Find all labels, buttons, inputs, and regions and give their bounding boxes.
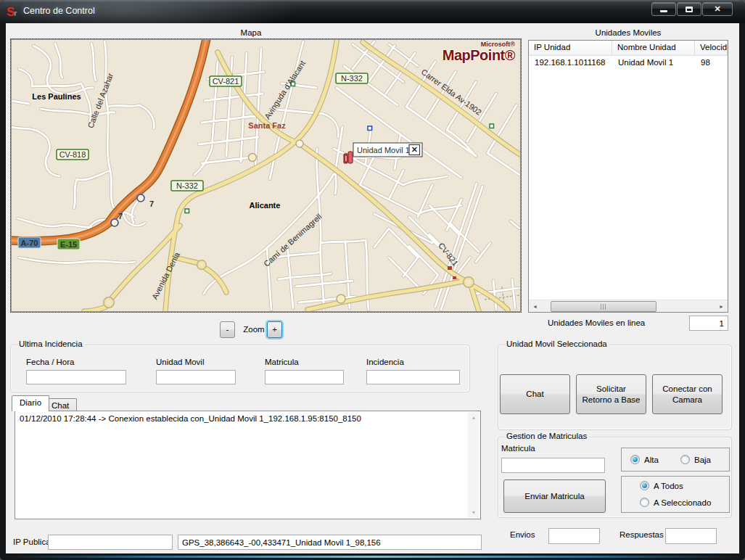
- units-panel-title: Unidades Moviles: [556, 28, 701, 37]
- unidad-movil-field[interactable]: [156, 370, 236, 384]
- route-shield-n332: N-332: [336, 73, 368, 83]
- minimize-button[interactable]: [651, 2, 676, 16]
- map-panel-title: Mapa: [178, 28, 324, 37]
- poi-marker: [368, 126, 372, 131]
- respuestas-field[interactable]: [665, 528, 717, 544]
- exit-7-marker: [111, 219, 118, 226]
- matricula-field[interactable]: [265, 370, 344, 384]
- unidad-seleccionada-title: Unidad Movil Seleccionada: [504, 339, 609, 348]
- gestion-matriculas-title: Gestion de Matriculas: [504, 432, 589, 440]
- close-icon: ✕: [714, 5, 720, 13]
- poi-marker: [185, 209, 189, 213]
- tab-diario[interactable]: Diario: [12, 395, 49, 411]
- pushpin-balloon: Unidad Movil 1 ✕: [353, 143, 422, 157]
- units-listview: IP Unidad Nombre Unidad Velocida 192.168…: [528, 40, 728, 313]
- units-header: IP Unidad Nombre Unidad Velocida: [529, 41, 728, 56]
- alta-radio[interactable]: [630, 455, 640, 464]
- scrollbar-thumb[interactable]: [551, 301, 656, 312]
- svg-text:E-15: E-15: [60, 240, 77, 249]
- poi-marker: [490, 124, 494, 128]
- scroll-up-icon[interactable]: ▲: [468, 412, 479, 423]
- building: [448, 266, 452, 270]
- map-label-les-paulines: Les Paulines: [32, 92, 81, 101]
- units-hscrollbar[interactable]: ◄ ►: [529, 300, 728, 312]
- envios-field[interactable]: [548, 528, 600, 544]
- pushpin-close-icon: ✕: [411, 145, 418, 154]
- incidencia-label: Incidencia: [366, 358, 404, 366]
- chat-button[interactable]: Chat: [500, 374, 570, 414]
- incidencia-field[interactable]: [366, 370, 460, 384]
- minimize-icon: [660, 10, 667, 12]
- fecha-hora-label: Fecha / Hora: [26, 358, 74, 366]
- maximize-icon: [686, 7, 693, 12]
- exit-label: 7: [149, 199, 154, 208]
- exit-label: 7: [118, 212, 123, 221]
- diario-log[interactable]: 01/12/2010 17:28:44 -> Conexion establec…: [15, 411, 481, 519]
- unit-name: Unidad Movil 1: [612, 57, 695, 70]
- baja-label[interactable]: Baja: [694, 456, 711, 464]
- online-units-count[interactable]: [689, 316, 728, 331]
- gestion-matricula-label: Matricula: [501, 444, 535, 453]
- svg-text:CV-818: CV-818: [59, 150, 86, 159]
- solicitar-retorno-button[interactable]: Solicitar Retorno a Base: [576, 374, 646, 414]
- ip-publica-field[interactable]: [48, 535, 173, 550]
- ultima-incidencia-group: Ultima Incidencia: [10, 345, 470, 392]
- a-seleccionado-radio[interactable]: [640, 498, 649, 507]
- route-shield-cv821: CV-821: [210, 76, 242, 86]
- svg-text:CV-821: CV-821: [213, 77, 239, 86]
- respuestas-label: Respuestas: [620, 530, 664, 539]
- building: [453, 276, 456, 279]
- matricula-label: Matricula: [265, 358, 299, 366]
- baja-radio[interactable]: [680, 455, 690, 464]
- unidad-movil-label: Unidad Movil: [156, 358, 204, 366]
- app-window: Sr Centro de Control ✕ Mapa: [0, 0, 745, 560]
- gestion-matricula-field[interactable]: [501, 458, 605, 473]
- titlebar[interactable]: Sr Centro de Control ✕: [0, 0, 745, 23]
- fecha-hora-field[interactable]: [26, 370, 126, 384]
- a-seleccionado-label[interactable]: A Seleccionado: [654, 498, 711, 507]
- scroll-left-icon[interactable]: ◄: [529, 300, 541, 313]
- window-bottom-glow: [6, 556, 739, 558]
- exit-7-marker: [137, 194, 144, 202]
- map-label-santa-faz: Santa Faz: [248, 121, 286, 130]
- ip-publica-label: IP Publica: [13, 538, 51, 546]
- a-todos-label[interactable]: A Todos: [654, 482, 683, 490]
- log-vscrollbar[interactable]: ▲ ▼: [468, 412, 479, 518]
- ultima-incidencia-title: Ultima Incidencia: [17, 339, 85, 348]
- map-svg: 7 7 CV-818 CV-821: [12, 40, 520, 311]
- a-todos-radio[interactable]: [640, 481, 649, 490]
- app-icon: Sr: [7, 5, 21, 20]
- enviar-matricula-button[interactable]: Enviar Matricula: [503, 479, 606, 513]
- alta-label[interactable]: Alta: [644, 456, 659, 464]
- thumb-grip-icon: [601, 304, 607, 310]
- maximize-button[interactable]: [677, 2, 701, 16]
- route-shield-a70: A-70: [18, 237, 41, 248]
- zoom-out-button[interactable]: -: [220, 321, 235, 338]
- unit-ip: 192.168.1.1011168: [529, 57, 612, 70]
- route-shield-cv818: CV-818: [57, 149, 89, 160]
- svg-text:N-332: N-332: [176, 181, 198, 190]
- envios-label: Envios: [510, 530, 535, 539]
- close-button[interactable]: ✕: [702, 2, 733, 16]
- zoom-label: Zoom: [238, 325, 270, 334]
- column-header-nombre[interactable]: Nombre Unidad: [612, 41, 695, 55]
- route-shield-e15: E-15: [57, 239, 80, 250]
- window-title: Centro de Control: [23, 0, 95, 22]
- column-header-ip[interactable]: IP Unidad: [529, 41, 612, 55]
- online-units-label: Unidades Moviles en linea: [548, 318, 645, 327]
- map-canvas[interactable]: 7 7 CV-818 CV-821: [11, 39, 521, 312]
- pushpin-close-button[interactable]: ✕: [409, 145, 420, 155]
- pushpin-label: Unidad Movil 1: [357, 146, 410, 155]
- scroll-right-icon[interactable]: ►: [715, 300, 728, 313]
- conectar-camara-button[interactable]: Conectar con Camara: [652, 374, 723, 414]
- unit-row[interactable]: 192.168.1.1011168 Unidad Movil 1 98: [529, 57, 728, 70]
- scroll-down-icon[interactable]: ▼: [468, 507, 479, 518]
- map-label-alicante: Alicante: [250, 201, 281, 210]
- unit-speed: 98: [695, 57, 728, 70]
- map-panel: 7 7 CV-818 CV-821: [10, 38, 522, 313]
- client-area: Mapa: [6, 23, 739, 553]
- log-line: 01/12/2010 17:28:44 -> Conexion establec…: [20, 414, 464, 423]
- column-header-velocidad[interactable]: Velocida: [695, 41, 728, 55]
- gps-field[interactable]: [178, 535, 482, 550]
- zoom-in-button[interactable]: +: [267, 321, 282, 338]
